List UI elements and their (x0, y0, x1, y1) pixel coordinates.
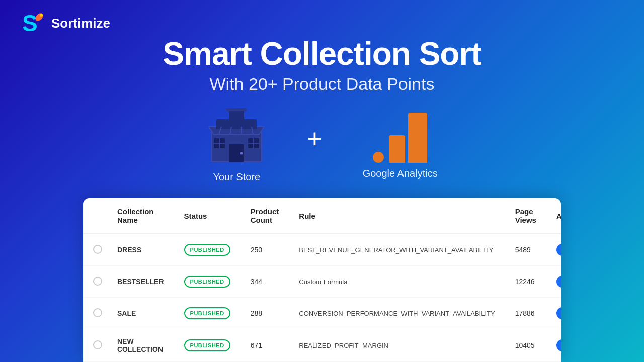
status-badge: PUBLISHED (184, 339, 230, 351)
row-rule: REALIZED_PROFIT_MARGIN (289, 329, 505, 362)
row-status: PUBLISHED (174, 266, 240, 298)
row-product-count: 250 (240, 234, 289, 266)
row-status: PUBLISHED (174, 234, 240, 266)
row-status: PUBLISHED (174, 329, 240, 362)
svg-point-3 (40, 14, 43, 17)
col-count-header: Product Count (240, 198, 289, 234)
row-collection-name: NEW COLLECTION (107, 329, 174, 362)
row-page-views: 10405 (505, 329, 546, 362)
row-collection-name: SALE (107, 298, 174, 329)
toggle-button[interactable] (556, 339, 561, 351)
toggle-button[interactable] (556, 244, 561, 256)
row-rule: BEST_REVENUE_GENERATOR_WITH_VARIANT_AVAI… (289, 234, 505, 266)
svg-point-9 (240, 152, 243, 155)
row-actions: ↻ ✕ (546, 298, 561, 329)
row-rule: CONVERSION_PERFORMANCE_WITH_VARIANT_AVAI… (289, 298, 505, 329)
row-page-views: 12246 (505, 266, 546, 298)
col-rule-header: Rule (289, 198, 505, 234)
row-actions: ↻ ✕ (546, 234, 561, 266)
ga-dot (373, 152, 384, 163)
row-checkbox-cell (83, 298, 107, 329)
row-product-count: 671 (240, 329, 289, 362)
col-status-header: Status (174, 198, 240, 234)
store-block: Your Store (206, 104, 267, 183)
table-row: SALE PUBLISHED 288 CONVERSION_PERFORMANC… (83, 298, 561, 329)
table-card: Collection Name Status Product Count Rul… (83, 198, 561, 362)
status-badge: PUBLISHED (184, 244, 230, 256)
hero-title: Smart Collection Sort (0, 35, 644, 72)
col-name-header: Collection Name (107, 198, 174, 234)
col-views-header: Page Views (505, 198, 546, 234)
row-page-views: 5489 (505, 234, 546, 266)
row-checkbox[interactable] (93, 277, 102, 286)
row-product-count: 288 (240, 298, 289, 329)
table-row: BESTSELLER PUBLISHED 344 Custom Formula … (83, 266, 561, 298)
table-header-row: Collection Name Status Product Count Rul… (83, 198, 561, 234)
hero-section: Smart Collection Sort With 20+ Product D… (0, 30, 644, 94)
hero-subtitle: With 20+ Product Data Points (0, 74, 644, 94)
plus-sign: + (307, 124, 322, 154)
ga-bar-small (389, 135, 405, 163)
row-checkbox-cell (83, 234, 107, 266)
analytics-block: Google Analytics (363, 108, 438, 179)
actions-cell: ↻ ✕ (556, 242, 561, 257)
toggle-button[interactable] (556, 307, 561, 319)
row-checkbox[interactable] (93, 245, 102, 254)
row-checkbox[interactable] (93, 340, 102, 349)
store-icon (206, 104, 267, 166)
col-checkbox-header (83, 198, 107, 234)
svg-text:S: S (22, 10, 38, 36)
ga-icon (373, 108, 427, 163)
actions-cell: ↻ ✕ (556, 338, 561, 353)
row-status: PUBLISHED (174, 298, 240, 329)
col-actions-header: Actions (546, 198, 561, 234)
analytics-label: Google Analytics (363, 168, 438, 179)
row-collection-name: DRESS (107, 234, 174, 266)
row-checkbox[interactable] (93, 308, 102, 317)
row-rule: Custom Formula (289, 266, 505, 298)
table-row: DRESS PUBLISHED 250 BEST_REVENUE_GENERAT… (83, 234, 561, 266)
row-actions: ↻ ✕ (546, 266, 561, 298)
status-badge: PUBLISHED (184, 307, 230, 319)
icons-section: Your Store + Google Analytics (0, 104, 644, 183)
row-product-count: 344 (240, 266, 289, 298)
logo-area: S Sortimize (20, 10, 110, 36)
status-badge: PUBLISHED (184, 276, 230, 288)
row-checkbox-cell (83, 266, 107, 298)
brand-name: Sortimize (51, 16, 110, 31)
collections-table: Collection Name Status Product Count Rul… (83, 198, 561, 362)
logo-icon: S (20, 10, 46, 36)
svg-rect-7 (226, 108, 247, 111)
actions-cell: ↻ ✕ (556, 306, 561, 321)
store-label: Your Store (213, 171, 260, 183)
svg-rect-5 (216, 119, 257, 129)
toggle-button[interactable] (556, 276, 561, 288)
row-page-views: 17886 (505, 298, 546, 329)
table-row: NEW COLLECTION PUBLISHED 671 REALIZED_PR… (83, 329, 561, 362)
row-actions: ↻ ✕ (546, 329, 561, 362)
actions-cell: ↻ ✕ (556, 274, 561, 289)
row-collection-name: BESTSELLER (107, 266, 174, 298)
ga-bar-large (408, 113, 427, 163)
row-checkbox-cell (83, 329, 107, 362)
